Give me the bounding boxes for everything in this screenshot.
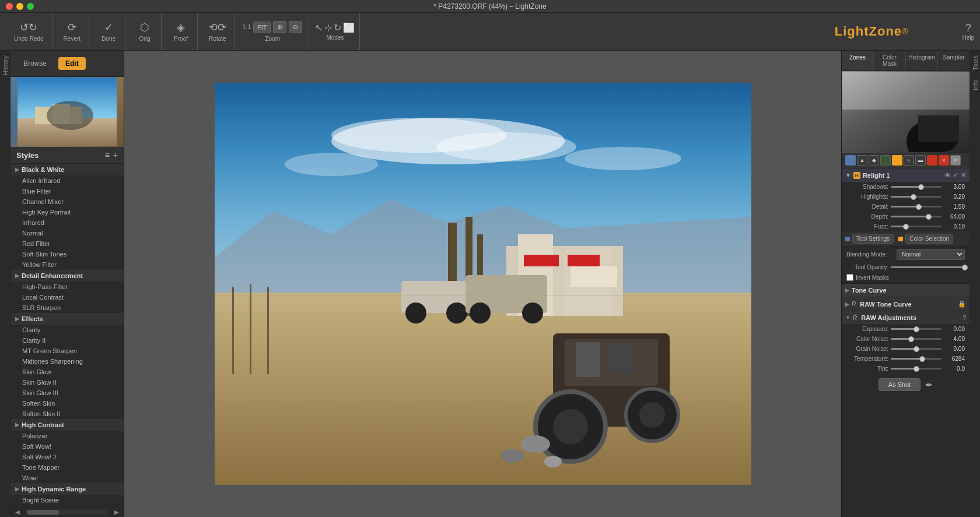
color-noise-slider[interactable]: [891, 338, 942, 340]
fuzz-slider[interactable]: [891, 226, 942, 227]
undo-redo-button[interactable]: ↺↻ Undo Redo: [10, 19, 47, 44]
rotate-tool-icon[interactable]: ↻: [334, 22, 341, 33]
style-item-wow[interactable]: Wow!: [10, 473, 124, 483]
style-item-skin-glow[interactable]: Skin Glow: [10, 367, 124, 377]
styles-list-icon[interactable]: ≡: [105, 150, 110, 160]
shadows-slider[interactable]: [891, 186, 942, 188]
style-item-polarizer[interactable]: Polarizer: [10, 431, 124, 441]
relight-collapse-icon[interactable]: ▼: [845, 172, 851, 178]
region-tool-icon[interactable]: ⬜: [343, 22, 355, 33]
scroll-right-icon[interactable]: ▶: [110, 509, 124, 515]
zoom-in-button[interactable]: ⊕: [273, 21, 286, 33]
style-item-yellow-filter[interactable]: Yellow Filter: [10, 259, 124, 270]
raw-adj-help-icon[interactable]: ?: [963, 314, 966, 321]
zoom-out-button[interactable]: ⊖: [289, 21, 302, 33]
orig-button[interactable]: ⬡ Orig: [133, 19, 156, 44]
style-item-soft-wow-2[interactable]: Soft Wow! 2: [10, 452, 124, 462]
tool-icon-6[interactable]: ▬: [915, 155, 926, 166]
fuzz-thumb[interactable]: [903, 224, 909, 230]
tint-thumb[interactable]: [914, 366, 919, 372]
style-group-hdr-header[interactable]: ▶ High Dynamic Range: [10, 483, 124, 495]
tab-edit[interactable]: Edit: [58, 57, 86, 70]
tool-icon-7[interactable]: [927, 155, 937, 166]
scroll-left-icon[interactable]: ◀: [10, 509, 24, 515]
tab-browse[interactable]: Browse: [16, 57, 54, 70]
arrow-tool-icon[interactable]: ↖: [315, 22, 323, 33]
tint-slider[interactable]: [891, 368, 942, 370]
scroll-bar[interactable]: [27, 510, 107, 515]
rotate-button[interactable]: ⟲⟳ Rotate: [205, 19, 230, 44]
style-item-normal[interactable]: Normal: [10, 228, 124, 238]
temperature-thumb[interactable]: [919, 356, 925, 362]
tab-color-mask[interactable]: Color Mask: [874, 51, 906, 71]
tool-icon-4[interactable]: [892, 155, 902, 166]
style-group-bw-header[interactable]: ▶ Black & White: [10, 164, 124, 175]
color-icon-blue[interactable]: [845, 155, 856, 166]
style-item-channel-mixer[interactable]: Channel Mixer: [10, 196, 124, 207]
raw-adjustments-header[interactable]: ▼ R RAW Adjustments ?: [842, 311, 970, 324]
tool-icon-1[interactable]: ▲: [857, 155, 867, 166]
style-group-detail-header[interactable]: ▶ Detail Enhancement: [10, 270, 124, 282]
tool-icon-8[interactable]: ✕: [939, 155, 949, 166]
tool-icon-2[interactable]: ◆: [869, 155, 879, 166]
proof-button[interactable]: ◈ Proof: [169, 19, 192, 44]
shadows-thumb[interactable]: [918, 184, 924, 190]
done-button[interactable]: ✓ Done: [97, 19, 120, 44]
revert-button[interactable]: ⟳ Revert: [60, 19, 84, 44]
color-selection-button[interactable]: Color Selection: [905, 234, 953, 244]
as-shot-button[interactable]: As Shot: [878, 378, 921, 391]
style-item-infrared[interactable]: Infrared: [10, 217, 124, 228]
tool-opacity-slider[interactable]: [891, 266, 965, 268]
help-button[interactable]: ? Help: [962, 22, 974, 41]
style-item-bright-scene[interactable]: Bright Scene: [10, 495, 124, 505]
style-item-skin-glow-iii[interactable]: Skin Glow III: [10, 388, 124, 398]
maximize-button[interactable]: [27, 3, 34, 10]
temperature-slider[interactable]: [891, 358, 942, 360]
detail-thumb[interactable]: [916, 204, 922, 210]
style-item-clarity-ii[interactable]: Clarity II: [10, 335, 124, 346]
relight-close-icon[interactable]: ✕: [961, 171, 966, 179]
style-item-clarity[interactable]: Clarity: [10, 325, 124, 335]
highlights-thumb[interactable]: [911, 194, 916, 200]
depth-thumb[interactable]: [926, 214, 932, 220]
style-group-high-contrast-header[interactable]: ▶ High Contrast: [10, 419, 124, 431]
style-item-soften-skin[interactable]: Soften Skin: [10, 398, 124, 409]
crop-tool-icon[interactable]: ⊹: [324, 22, 332, 33]
minimize-button[interactable]: [16, 3, 23, 10]
style-item-midtones-sharp[interactable]: Midtones Sharpening: [10, 356, 124, 367]
tab-sampler[interactable]: Sampler: [938, 51, 970, 71]
tool-icon-3[interactable]: [880, 155, 891, 166]
tone-curve-section[interactable]: ▶ Tone Curve: [842, 283, 970, 297]
grain-noise-slider[interactable]: [891, 348, 942, 350]
invert-masks-checkbox[interactable]: [846, 274, 853, 281]
exposure-thumb[interactable]: [914, 326, 919, 332]
tab-zones[interactable]: Zones: [842, 51, 874, 71]
depth-slider[interactable]: [891, 216, 942, 217]
info-vertical-label[interactable]: Info: [971, 75, 980, 95]
zoom-fit-button[interactable]: FIT: [253, 22, 271, 33]
tool-settings-button[interactable]: Tool Settings: [852, 234, 894, 244]
style-item-soft-wow[interactable]: Soft Wow!: [10, 441, 124, 452]
style-item-soften-skin-ii[interactable]: Soften Skin II: [10, 409, 124, 419]
style-item-red-filter[interactable]: Red Filter: [10, 238, 124, 249]
style-item-alien-infrared[interactable]: Alien Infrared: [10, 175, 124, 186]
blending-mode-select[interactable]: Normal Multiply Screen Overlay: [897, 249, 965, 260]
relight-eye-icon[interactable]: 👁: [944, 172, 951, 179]
opacity-thumb[interactable]: [962, 265, 968, 270]
style-item-slr-sharpen[interactable]: SLR Sharpen: [10, 303, 124, 313]
relight-check-icon[interactable]: ✓: [953, 171, 958, 179]
eyedropper-icon[interactable]: ✒: [925, 379, 933, 391]
style-item-highpass[interactable]: High-Pass Filter: [10, 282, 124, 292]
raw-tone-curve-section[interactable]: ▶ R RAW Tone Curve 🔒: [842, 297, 970, 311]
detail-slider[interactable]: [891, 206, 942, 207]
style-item-local-contrast[interactable]: Local Contrast: [10, 292, 124, 303]
tools-vertical-label[interactable]: Tools: [971, 51, 980, 75]
style-item-blue-filter[interactable]: Blue Filter: [10, 186, 124, 196]
style-group-effects-header[interactable]: ▶ Effects: [10, 313, 124, 325]
style-item-skin-glow-ii[interactable]: Skin Glow II: [10, 377, 124, 388]
close-button[interactable]: [6, 3, 13, 10]
grain-noise-thumb[interactable]: [914, 346, 919, 352]
style-item-mt-green[interactable]: MT Green Sharpen: [10, 346, 124, 356]
tool-icon-9[interactable]: ✕: [950, 155, 961, 166]
tool-icon-5[interactable]: ≈: [904, 155, 914, 166]
